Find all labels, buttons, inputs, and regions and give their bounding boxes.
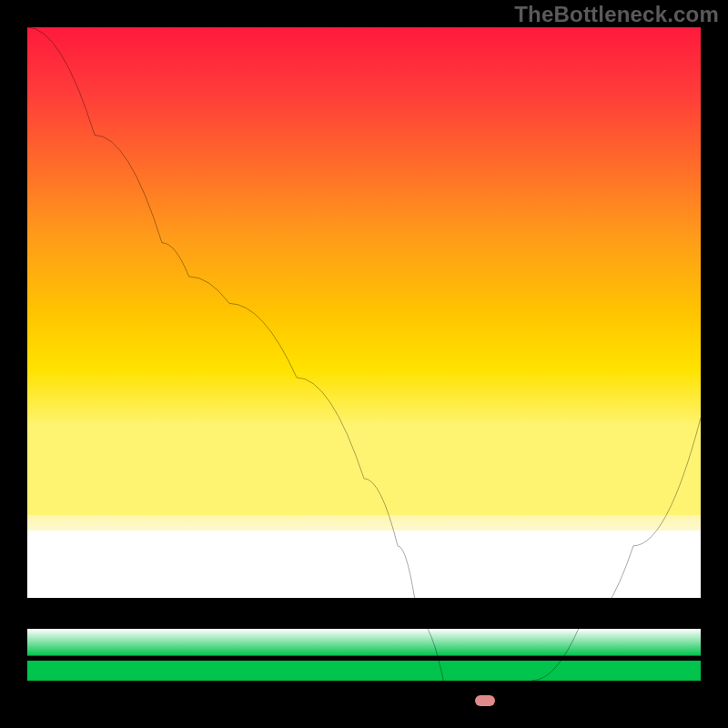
optimal-point-marker <box>475 695 495 706</box>
chart-frame: TheBottleneck.com <box>0 0 728 728</box>
plot-area <box>27 27 701 701</box>
watermark-text: TheBottleneck.com <box>514 2 719 27</box>
x-axis-baseline <box>27 699 701 701</box>
bottleneck-curve <box>27 27 701 701</box>
